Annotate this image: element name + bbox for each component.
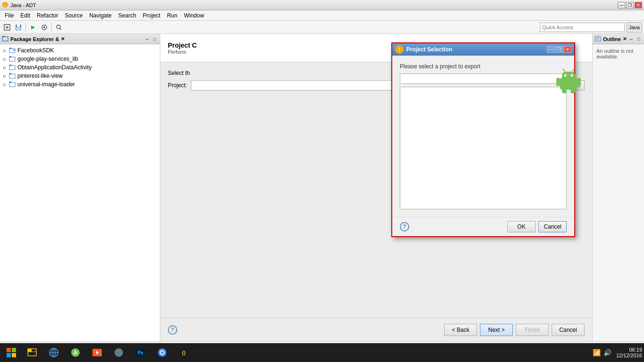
modal-minimize-btn[interactable]: — [547, 46, 554, 53]
wizard-back-button[interactable]: < Back [444, 324, 477, 336]
taskbar-app-media[interactable] [87, 344, 107, 361]
debug-button[interactable] [39, 22, 50, 33]
tree-label-pinterest: pinterest-like-view [17, 73, 63, 79]
wizard-finish-button[interactable]: Finish [516, 324, 549, 336]
quick-access-area: Java [540, 22, 642, 33]
wizard-next-button[interactable]: Next > [480, 324, 513, 336]
svg-point-10 [57, 25, 60, 29]
menu-edit[interactable]: Edit [17, 11, 33, 20]
svg-rect-19 [9, 66, 15, 70]
tree-icon-facebooksdk [8, 47, 16, 54]
svg-rect-23 [9, 82, 15, 87]
taskbar-systray: 📶 🔊 [589, 349, 615, 356]
modal-footer: ? OK Cancel [392, 217, 574, 236]
package-explorer-icon [2, 35, 8, 43]
search-button[interactable] [54, 22, 64, 33]
svg-rect-18 [9, 56, 11, 58]
eclipse-title-icon: ! [2, 1, 8, 9]
menu-navigate[interactable]: Navigate [86, 11, 114, 20]
svg-rect-17 [9, 57, 15, 61]
close-button[interactable]: ✕ [635, 2, 642, 8]
outline-close-icon[interactable]: ✕ [623, 36, 627, 41]
menu-search[interactable]: Search [116, 11, 139, 20]
outline-maximize-btn[interactable]: □ [636, 36, 642, 42]
tree-arrow-pinterest: ▷ [2, 73, 8, 79]
menu-source[interactable]: Source [62, 11, 85, 20]
taskbar-app-files[interactable] [22, 344, 42, 361]
package-explorer-close-icon[interactable]: ✕ [61, 36, 65, 41]
menu-project[interactable]: Project [140, 11, 163, 20]
taskbar-app-brackets[interactable]: {} [173, 344, 194, 361]
svg-rect-26 [562, 72, 575, 80]
wizard-help-icon[interactable]: ? [168, 325, 177, 335]
wizard-cancel-button[interactable]: Cancel [552, 324, 585, 336]
svg-rect-16 [13, 49, 15, 50]
title-text: Java - ADT [10, 2, 36, 8]
modal-title-left: ! Project Selection [395, 45, 452, 54]
menu-run[interactable]: Run [164, 11, 180, 20]
modal-maximize-btn[interactable]: ❐ [555, 46, 563, 53]
svg-point-58 [115, 348, 123, 357]
svg-rect-22 [9, 73, 11, 74]
perspective-java-button[interactable]: Java [627, 22, 642, 33]
taskbar: A Ps {} 📶 🔊 06:19 [0, 343, 644, 362]
taskbar-app-browser[interactable] [43, 344, 64, 361]
modal-title-bar: ! Project Selection — ❐ ✕ [392, 43, 574, 56]
tree-item-pinterest[interactable]: ▷ pinterest-like-view [0, 72, 160, 80]
taskbar-app-photoshop[interactable]: Ps [130, 344, 151, 361]
tree-arrow-obtainapp: ▷ [2, 65, 8, 70]
tree-item-facebooksdk[interactable]: ▷ FacebookSDK [0, 46, 160, 55]
tree-arrow-googleplay: ▷ [2, 56, 8, 62]
outline-controls: ─ □ [628, 36, 642, 42]
maximize-button[interactable]: ❐ [626, 2, 634, 8]
minimize-button[interactable]: — [618, 2, 625, 8]
menu-file[interactable]: File [2, 11, 17, 20]
menu-window[interactable]: Window [181, 11, 207, 20]
modal-help-icon[interactable]: ? [400, 222, 409, 231]
taskbar-app-chrome[interactable] [152, 344, 173, 361]
taskbar-app-android-studio[interactable]: A [65, 344, 86, 361]
main-layout: Package Explorer & ✕ ─ □ ▷ FacebookSDK [0, 34, 644, 341]
svg-text:!: ! [5, 3, 6, 8]
modal-cancel-button[interactable]: Cancel [538, 221, 567, 232]
tree-item-googleplay[interactable]: ▷ google-play-services_lib [0, 55, 160, 63]
tree-icon-universalloader [8, 81, 16, 88]
modal-ok-button[interactable]: OK [507, 221, 536, 232]
menu-refactor[interactable]: Refactor [34, 11, 61, 20]
modal-search-input[interactable] [400, 74, 567, 84]
modal-project-list[interactable] [400, 87, 567, 209]
tree-arrow-facebooksdk: ▷ [2, 48, 8, 53]
toolbar-separator-1 [25, 23, 26, 32]
modal-instruction: Please select a project to export [400, 63, 567, 70]
tree-item-obtainapp[interactable]: ▷ ObtainApplicationDataActivity [0, 63, 160, 72]
modal-close-btn[interactable]: ✕ [564, 46, 571, 53]
svg-rect-15 [9, 48, 11, 49]
taskbar-start-button[interactable] [2, 344, 21, 361]
toolbar-separator-2 [51, 23, 52, 32]
tree-item-universalloader[interactable]: ▷ universal-image-loader [0, 80, 160, 89]
outline-panel-header: Outline ✕ ─ □ [593, 34, 644, 44]
title-bar-left: ! Java - ADT [2, 1, 36, 9]
run-button[interactable]: ▶ [28, 22, 38, 33]
panel-maximize-btn[interactable]: □ [151, 36, 158, 42]
wizard-help-area: ? [168, 325, 177, 335]
taskbar-date: 12/12/2016 [616, 353, 642, 358]
taskbar-clock[interactable]: 06:19 12/12/2016 [616, 347, 642, 358]
package-explorer-panel: Package Explorer & ✕ ─ □ ▷ FacebookSDK [0, 34, 160, 341]
tree-label-googleplay: google-play-services_lib [17, 56, 78, 62]
package-explorer-title: Package Explorer & [10, 36, 59, 42]
tree-arrow-universalloader: ▷ [2, 82, 8, 87]
new-button[interactable] [2, 22, 12, 33]
quick-access-input[interactable] [540, 23, 625, 32]
outline-minimize-btn[interactable]: ─ [628, 36, 635, 42]
menu-bar: File Edit Refactor Source Navigate Searc… [0, 10, 644, 21]
svg-rect-33 [562, 89, 567, 93]
title-bar: ! Java - ADT — ❐ ✕ [0, 0, 644, 10]
panel-minimize-btn[interactable]: ─ [144, 36, 150, 42]
svg-text:Ps: Ps [138, 350, 144, 355]
svg-rect-44 [12, 348, 16, 352]
taskbar-app-circle[interactable] [108, 344, 129, 361]
save-button[interactable] [13, 22, 24, 33]
project-selection-modal: ! Project Selection — ❐ ✕ Please select … [391, 42, 575, 237]
modal-body: Please select a project to export [392, 56, 574, 217]
